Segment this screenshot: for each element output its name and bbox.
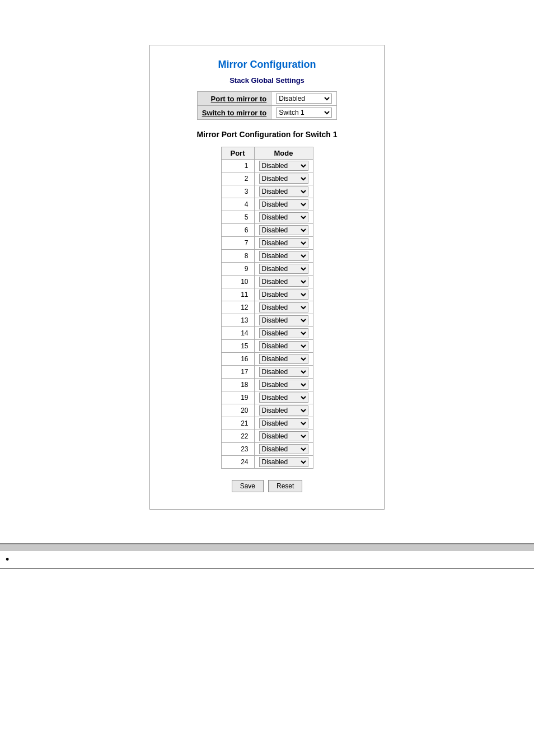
table-row: 10Disabled [221,276,313,288]
table-row: 4Disabled [221,198,313,211]
port-number: 21 [221,417,254,430]
port-number: 16 [221,353,254,366]
port-number: 6 [221,224,254,237]
port-number: 4 [221,198,254,211]
port-mode-select-14[interactable]: Disabled [259,328,308,338]
port-mode-select-1[interactable]: Disabled [259,161,308,171]
table-row: 8Disabled [221,250,313,263]
table-row: 3Disabled [221,185,313,198]
port-number: 17 [221,366,254,379]
port-mode-select-19[interactable]: Disabled [259,393,308,403]
port-mode-select-16[interactable]: Disabled [259,354,308,364]
port-mode-cell: Disabled [254,250,313,263]
main-card: Mirror Configuration Stack Global Settin… [149,45,385,510]
port-mode-select-9[interactable]: Disabled [259,264,308,274]
port-mode-select-7[interactable]: Disabled [259,238,308,248]
port-mode-select-23[interactable]: Disabled [259,444,308,454]
port-mode-select-21[interactable]: Disabled [259,418,308,428]
port-mode-select-24[interactable]: Disabled [259,457,308,467]
table-row: 15Disabled [221,340,313,353]
port-number: 19 [221,391,254,404]
port-mode-select-15[interactable]: Disabled [259,341,308,351]
port-mode-cell: Disabled [254,160,313,172]
port-mode-select-13[interactable]: Disabled [259,315,308,325]
port-number: 9 [221,263,254,276]
port-number: 15 [221,340,254,353]
bottom-content [90,551,534,568]
port-mode-select-10[interactable]: Disabled [259,277,308,287]
port-number: 1 [221,160,254,172]
bottom-bullet: • [0,551,90,568]
bottom-table: • [0,544,534,568]
port-mode-select-6[interactable]: Disabled [259,225,308,235]
port-mode-cell: Disabled [254,211,313,224]
table-row: 5Disabled [221,211,313,224]
port-number: 23 [221,443,254,456]
port-mode-select-20[interactable]: Disabled [259,405,308,416]
port-mode-select-11[interactable]: Disabled [259,290,308,300]
port-mode-select-2[interactable]: Disabled [259,174,308,184]
port-mode-select-18[interactable]: Disabled [259,380,308,390]
port-mode-cell: Disabled [254,224,313,237]
port-number: 12 [221,301,254,314]
port-mode-cell: Disabled [254,185,313,198]
page-title: Mirror Configuration [167,59,367,71]
port-to-mirror-select[interactable]: Disabled [276,94,332,104]
table-row: 2Disabled [221,172,313,185]
port-number: 14 [221,327,254,340]
table-row: 14Disabled [221,327,313,340]
mirror-port-title: Mirror Port Configuration for Switch 1 [167,130,367,139]
port-mode-cell: Disabled [254,198,313,211]
button-row: Save Reset [167,480,367,492]
global-settings-table: Port to mirror to Disabled Switch to mir… [197,91,338,120]
col-mode-header: Mode [254,147,313,160]
port-mode-select-4[interactable]: Disabled [259,199,308,209]
port-number: 2 [221,172,254,185]
port-number: 7 [221,237,254,250]
table-row: 17Disabled [221,366,313,379]
table-row: 18Disabled [221,379,313,391]
port-mode-select-22[interactable]: Disabled [259,431,308,441]
bottom-section: • [0,543,534,569]
port-table: Port Mode 1Disabled2Disabled3Disabled4Di… [221,147,313,469]
bottom-col1-header [0,544,90,551]
port-mode-cell: Disabled [254,237,313,250]
table-row: 9Disabled [221,263,313,276]
table-row: 19Disabled [221,391,313,404]
port-mode-select-17[interactable]: Disabled [259,367,308,377]
reset-button[interactable]: Reset [268,480,302,492]
port-number: 8 [221,250,254,263]
port-mode-cell: Disabled [254,391,313,404]
port-number: 24 [221,456,254,469]
table-row: 24Disabled [221,456,313,469]
port-number: 5 [221,211,254,224]
port-number: 10 [221,276,254,288]
port-mode-cell: Disabled [254,301,313,314]
port-mode-select-8[interactable]: Disabled [259,251,308,261]
port-mode-select-3[interactable]: Disabled [259,186,308,197]
table-row: 1Disabled [221,160,313,172]
table-row: 20Disabled [221,404,313,417]
port-mode-select-5[interactable]: Disabled [259,212,308,222]
switch-to-mirror-label: Switch to mirror to [197,106,271,120]
port-mode-cell: Disabled [254,172,313,185]
table-row: 12Disabled [221,301,313,314]
port-number: 11 [221,288,254,301]
port-mode-cell: Disabled [254,417,313,430]
table-row: 7Disabled [221,237,313,250]
table-row: 22Disabled [221,430,313,443]
save-button[interactable]: Save [232,480,264,492]
table-row: 16Disabled [221,353,313,366]
port-number: 13 [221,314,254,327]
port-mode-cell: Disabled [254,263,313,276]
table-row: 13Disabled [221,314,313,327]
port-mode-select-12[interactable]: Disabled [259,302,308,312]
table-row: 11Disabled [221,288,313,301]
port-mode-cell: Disabled [254,379,313,391]
bottom-col2-header [90,544,534,551]
bottom-row: • [0,551,534,568]
table-row: 6Disabled [221,224,313,237]
port-mode-cell: Disabled [254,340,313,353]
switch-to-mirror-select[interactable]: Switch 1 [276,108,332,118]
port-number: 22 [221,430,254,443]
